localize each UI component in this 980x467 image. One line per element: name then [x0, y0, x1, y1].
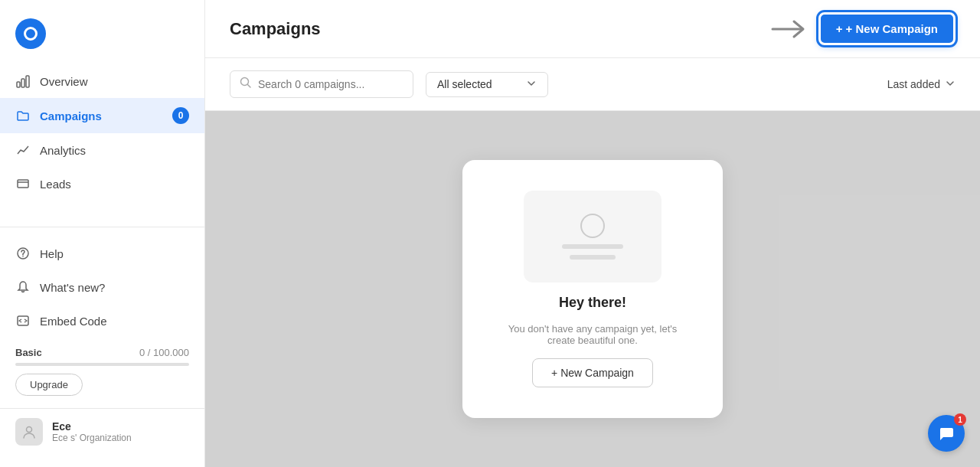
- chart-icon: [15, 73, 31, 89]
- toolbar: All selected Last added: [205, 58, 980, 111]
- new-campaign-button[interactable]: + + New Campaign: [818, 12, 956, 45]
- sidebar-item-analytics[interactable]: Analytics: [0, 133, 204, 167]
- logo: [0, 12, 204, 64]
- sidebar-item-label: Embed Code: [40, 315, 107, 328]
- search-input[interactable]: [258, 78, 403, 90]
- chevron-down-icon: [945, 78, 956, 91]
- chat-button[interactable]: 1: [928, 415, 965, 452]
- chat-icon: [938, 425, 955, 442]
- nav-divider: [0, 227, 204, 227]
- user-name: Ece: [52, 420, 132, 433]
- illus-line-2: [570, 255, 616, 260]
- search-icon: [240, 77, 252, 92]
- filter-value: All selected: [437, 78, 492, 90]
- sidebar-item-leads[interactable]: Leads: [0, 167, 204, 201]
- search-box: [230, 70, 413, 98]
- chevron-down-icon: [526, 78, 537, 91]
- sidebar-item-help[interactable]: Help: [0, 237, 204, 270]
- arrow-indicator: [766, 15, 812, 43]
- folder-icon: [15, 108, 31, 123]
- sidebar-item-label: What's new?: [40, 281, 105, 294]
- plan-section: Basic 0 / 100.000 Upgrade: [0, 338, 204, 405]
- plan-progress-bar: [15, 363, 189, 366]
- sort-button[interactable]: Last added: [887, 78, 956, 91]
- empty-description: You don't have any campaign yet, let's c…: [499, 323, 686, 346]
- plan-count: 0 / 100.000: [139, 347, 189, 358]
- sidebar-item-label: Analytics: [40, 144, 86, 157]
- svg-rect-3: [18, 180, 28, 188]
- svg-point-6: [23, 256, 24, 257]
- sidebar-item-label: Campaigns: [40, 109, 102, 122]
- upgrade-button[interactable]: Upgrade: [15, 374, 83, 396]
- page-title: Campaigns: [230, 19, 321, 39]
- plus-icon: +: [836, 22, 843, 35]
- svg-point-8: [27, 427, 32, 433]
- logo-icon: [15, 18, 46, 49]
- illus-circle: [580, 214, 605, 238]
- sidebar-item-label: Overview: [40, 75, 88, 88]
- campaigns-badge: 0: [172, 107, 189, 124]
- leads-icon: [15, 176, 31, 191]
- analytics-icon: [15, 142, 31, 158]
- bell-icon: [15, 279, 31, 295]
- empty-illustration: [524, 191, 662, 282]
- svg-rect-1: [21, 79, 24, 87]
- user-section: Ece Ece s' Organization: [0, 408, 204, 455]
- chat-badge: 1: [954, 413, 966, 426]
- sidebar: Overview Campaigns 0 Analytics: [0, 0, 205, 467]
- plan-label: Basic: [15, 347, 42, 358]
- main-header: Campaigns + + New Campaign: [205, 0, 980, 58]
- main-nav: Overview Campaigns 0 Analytics: [0, 64, 204, 217]
- help-icon: [15, 246, 31, 261]
- sidebar-item-overview[interactable]: Overview: [0, 64, 204, 98]
- svg-rect-2: [26, 76, 29, 87]
- sidebar-item-campaigns[interactable]: Campaigns 0: [0, 98, 204, 133]
- overlay: Hey there! You don't have any campaign y…: [205, 111, 980, 467]
- illus-line-1: [562, 244, 623, 249]
- user-info: Ece Ece s' Organization: [52, 420, 132, 443]
- new-campaign-label: + New Campaign: [846, 22, 938, 35]
- header-actions: + + New Campaign: [766, 12, 956, 45]
- filter-dropdown[interactable]: All selected: [426, 72, 548, 97]
- sort-label: Last added: [887, 78, 940, 90]
- sidebar-item-whats-new[interactable]: What's new?: [0, 270, 204, 304]
- user-org: Ece s' Organization: [52, 433, 132, 443]
- svg-rect-0: [17, 82, 20, 87]
- sidebar-item-embed-code[interactable]: Embed Code: [0, 304, 204, 338]
- sidebar-item-label: Help: [40, 247, 64, 260]
- content-area: Hey there! You don't have any campaign y…: [205, 111, 980, 467]
- svg-line-11: [248, 85, 251, 88]
- empty-title: Hey there!: [559, 295, 626, 311]
- empty-state-card: Hey there! You don't have any campaign y…: [462, 160, 723, 418]
- embed-icon: [15, 313, 31, 328]
- sidebar-item-label: Leads: [40, 178, 71, 191]
- main-content: Campaigns + + New Campaign: [205, 0, 980, 467]
- avatar: [15, 418, 43, 446]
- empty-new-campaign-button[interactable]: + New Campaign: [532, 358, 653, 387]
- bottom-nav: Help What's new? Embed Code: [0, 237, 204, 338]
